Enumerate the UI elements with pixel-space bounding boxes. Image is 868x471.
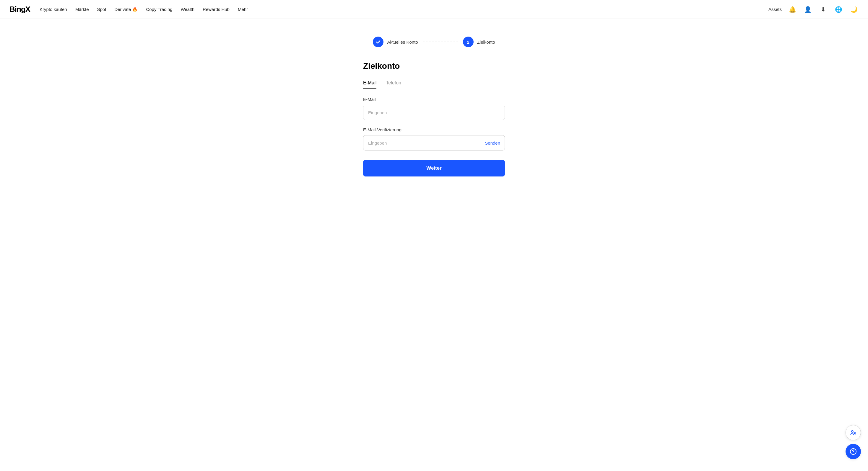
verification-input[interactable] <box>363 135 505 150</box>
step-1-label: Aktuelles Konto <box>387 39 418 44</box>
nav-item-krypto-kaufen[interactable]: Krypto kaufen <box>39 7 67 12</box>
form-title: Zielkonto <box>363 61 505 71</box>
svg-point-3 <box>853 453 854 453</box>
nav-item-spot[interactable]: Spot <box>97 7 106 12</box>
language-icon[interactable]: 🌐 <box>834 5 843 14</box>
nav-item-wealth[interactable]: Wealth <box>181 7 194 12</box>
user-icon[interactable]: 👤 <box>803 5 812 14</box>
verification-form-group: E-Mail-Verifizierung Senden <box>363 127 505 150</box>
theme-icon[interactable]: 🌙 <box>849 5 859 14</box>
assets-button[interactable]: Assets <box>769 7 782 12</box>
header-left: BingX Krypto kaufen Märkte Spot Derivate… <box>9 5 248 14</box>
form-container: Zielkonto E-Mail Telefon E-Mail E-Mail-V… <box>363 61 505 176</box>
nav-item-rewards-hub[interactable]: Rewards Hub <box>203 7 229 12</box>
email-input[interactable] <box>363 105 505 120</box>
svg-point-0 <box>851 431 853 432</box>
form-tabs: E-Mail Telefon <box>363 80 505 89</box>
step-1-circle <box>373 37 383 47</box>
main-content: Aktuelles Konto 2 Zielkonto Zielkonto E-… <box>0 19 868 176</box>
step-2-circle: 2 <box>463 37 473 47</box>
notification-icon[interactable]: 🔔 <box>788 5 797 14</box>
email-form-group: E-Mail <box>363 97 505 120</box>
step-divider <box>423 42 458 42</box>
nav-item-maerkte[interactable]: Märkte <box>75 7 89 12</box>
step-2-label: Zielkonto <box>477 39 495 44</box>
nav-item-derivate[interactable]: Derivate 🔥 <box>114 7 138 12</box>
email-label: E-Mail <box>363 97 505 102</box>
chat-floating-button[interactable] <box>845 425 861 440</box>
main-nav: Krypto kaufen Märkte Spot Derivate 🔥 Cop… <box>39 7 248 12</box>
logo[interactable]: BingX <box>9 5 30 14</box>
nav-item-mehr[interactable]: Mehr <box>238 7 248 12</box>
floating-buttons <box>845 425 861 459</box>
support-floating-button[interactable] <box>845 444 861 459</box>
tab-telefon[interactable]: Telefon <box>386 80 401 89</box>
submit-button[interactable]: Weiter <box>363 160 505 176</box>
verification-label: E-Mail-Verifizierung <box>363 127 505 132</box>
header-right: Assets 🔔 👤 ⬇ 🌐 🌙 <box>769 5 859 14</box>
verification-input-wrapper: Senden <box>363 135 505 150</box>
stepper: Aktuelles Konto 2 Zielkonto <box>373 37 495 47</box>
download-icon[interactable]: ⬇ <box>818 5 828 14</box>
step-2: 2 Zielkonto <box>463 37 495 47</box>
header: BingX Krypto kaufen Märkte Spot Derivate… <box>0 0 868 19</box>
step-1: Aktuelles Konto <box>373 37 418 47</box>
send-button[interactable]: Senden <box>485 140 500 145</box>
tab-email[interactable]: E-Mail <box>363 80 376 89</box>
nav-item-copy-trading[interactable]: Copy Trading <box>146 7 172 12</box>
